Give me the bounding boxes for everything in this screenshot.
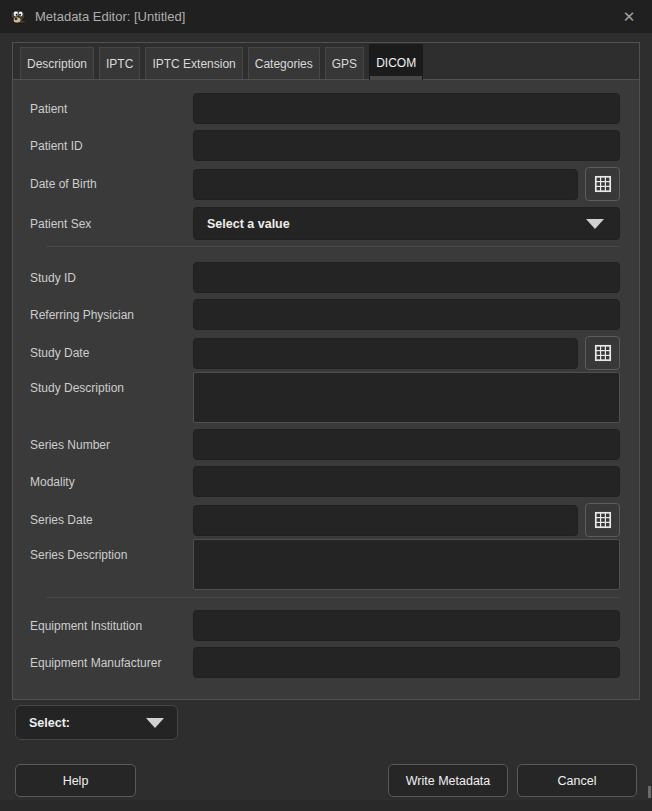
equipment-institution-input[interactable] xyxy=(193,610,620,641)
patient-input[interactable] xyxy=(193,93,620,124)
patient-label: Patient xyxy=(30,102,193,116)
gimp-wilber-icon xyxy=(9,9,27,24)
form-row-study-description: Study Description xyxy=(30,372,620,423)
study-id-input[interactable] xyxy=(193,262,620,293)
select-combobox-value: Select: xyxy=(29,716,70,730)
form-row-referring-physician: Referring Physician xyxy=(30,299,620,330)
series-number-label: Series Number xyxy=(30,438,193,452)
modality-input[interactable] xyxy=(193,466,620,497)
patient-id-input[interactable] xyxy=(193,130,620,161)
form-row-patient-sex: Patient Sex Select a value xyxy=(30,207,620,240)
referring-physician-label: Referring Physician xyxy=(30,308,193,322)
write-metadata-button[interactable]: Write Metadata xyxy=(388,764,508,797)
form-row-modality: Modality xyxy=(30,466,620,497)
chevron-down-icon xyxy=(586,219,604,229)
chevron-down-icon xyxy=(146,718,164,728)
tab-strip: Description IPTC IPTC Extension Categori… xyxy=(13,43,639,80)
series-description-label: Series Description xyxy=(30,539,193,562)
calendar-grid-icon xyxy=(594,175,612,193)
window-bottom-edge xyxy=(0,800,652,811)
tab-categories[interactable]: Categories xyxy=(248,47,320,79)
calendar-grid-icon xyxy=(594,344,612,362)
tab-description[interactable]: Description xyxy=(20,47,94,79)
date-of-birth-label: Date of Birth xyxy=(30,177,193,191)
form-row-series-number: Series Number xyxy=(30,429,620,460)
modality-label: Modality xyxy=(30,475,193,489)
form-row-study-id: Study ID xyxy=(30,262,620,293)
metadata-notebook: Description IPTC IPTC Extension Categori… xyxy=(12,42,640,700)
study-description-textarea[interactable] xyxy=(193,372,620,423)
dicom-form-panel: Patient Patient ID Date of Birth xyxy=(13,80,639,699)
section-divider xyxy=(46,246,620,247)
study-date-input[interactable] xyxy=(193,338,578,369)
date-of-birth-calendar-button[interactable] xyxy=(585,167,620,201)
form-row-patient: Patient xyxy=(30,93,620,124)
cancel-button[interactable]: Cancel xyxy=(517,764,637,797)
window-title: Metadata Editor: [Untitled] xyxy=(35,9,185,24)
equipment-manufacturer-input[interactable] xyxy=(193,647,620,678)
patient-id-label: Patient ID xyxy=(30,139,193,153)
date-of-birth-input[interactable] xyxy=(193,169,578,200)
section-divider xyxy=(46,597,620,598)
series-date-input[interactable] xyxy=(193,505,578,536)
form-row-series-date: Series Date xyxy=(30,503,620,537)
form-row-equipment-institution: Equipment Institution xyxy=(30,610,620,641)
tab-gps[interactable]: GPS xyxy=(325,47,364,79)
series-number-input[interactable] xyxy=(193,429,620,460)
form-row-date-of-birth: Date of Birth xyxy=(30,167,620,201)
equipment-manufacturer-label: Equipment Manufacturer xyxy=(30,656,193,670)
tab-iptc-extension[interactable]: IPTC Extension xyxy=(145,47,242,79)
patient-sex-label: Patient Sex xyxy=(30,217,193,231)
series-description-textarea[interactable] xyxy=(193,539,620,590)
form-row-patient-id: Patient ID xyxy=(30,130,620,161)
metadata-editor-window: Metadata Editor: [Untitled] ✕ Descriptio… xyxy=(0,0,652,811)
resize-grip[interactable] xyxy=(648,786,651,798)
referring-physician-input[interactable] xyxy=(193,299,620,330)
tab-iptc[interactable]: IPTC xyxy=(99,47,140,79)
series-date-calendar-button[interactable] xyxy=(585,503,620,537)
series-date-label: Series Date xyxy=(30,513,193,527)
form-row-series-description: Series Description xyxy=(30,539,620,590)
close-icon: ✕ xyxy=(623,8,636,26)
study-date-label: Study Date xyxy=(30,346,193,360)
equipment-institution-label: Equipment Institution xyxy=(30,619,193,633)
form-row-study-date: Study Date xyxy=(30,336,620,370)
study-id-label: Study ID xyxy=(30,271,193,285)
form-row-equipment-manufacturer: Equipment Manufacturer xyxy=(30,647,620,678)
study-date-calendar-button[interactable] xyxy=(585,336,620,370)
help-button[interactable]: Help xyxy=(15,764,136,797)
calendar-grid-icon xyxy=(594,511,612,529)
close-button[interactable]: ✕ xyxy=(606,0,652,33)
study-description-label: Study Description xyxy=(30,372,193,395)
select-combobox[interactable]: Select: xyxy=(15,705,178,740)
tab-dicom[interactable]: DICOM xyxy=(369,44,423,80)
patient-sex-combobox[interactable]: Select a value xyxy=(193,207,620,240)
patient-sex-value: Select a value xyxy=(207,217,290,231)
titlebar: Metadata Editor: [Untitled] ✕ xyxy=(0,0,652,33)
